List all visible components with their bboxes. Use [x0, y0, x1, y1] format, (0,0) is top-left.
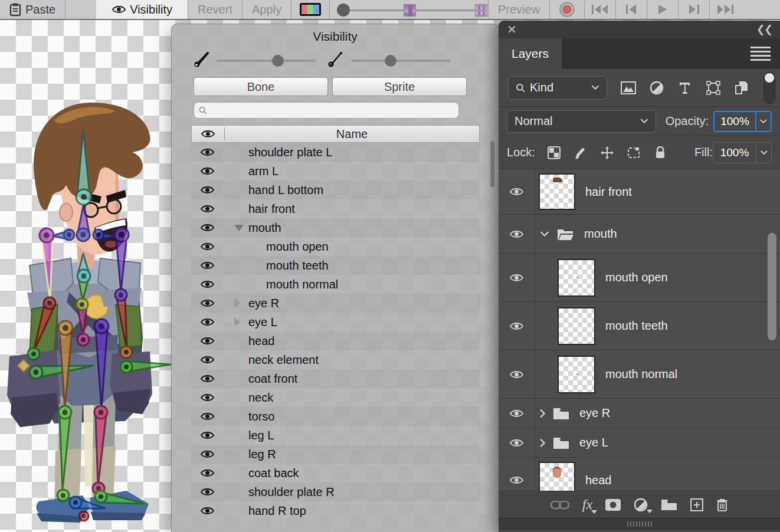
toggle-visibility-button[interactable]	[191, 147, 224, 157]
layer-style-fx-icon[interactable]: fx	[582, 497, 592, 513]
bone-opacity-knob[interactable]	[272, 55, 284, 67]
toggle-visibility-button[interactable]	[191, 223, 224, 232]
layer-thumbnail[interactable]	[539, 462, 575, 491]
expand-triangle-icon[interactable]	[234, 317, 241, 327]
toggle-layer-visibility-button[interactable]	[499, 254, 535, 301]
layer-name[interactable]: mouth open	[605, 271, 668, 284]
toggle-visibility-button[interactable]	[191, 204, 224, 214]
collapse-triangle-icon[interactable]	[234, 225, 244, 231]
layer-name[interactable]: eye L	[579, 436, 608, 449]
layer-row[interactable]: mouth	[499, 215, 780, 254]
visibility-row[interactable]: hand L bottom	[191, 180, 480, 199]
new-layer-icon[interactable]	[690, 498, 703, 511]
toggle-visibility-button[interactable]	[191, 449, 224, 459]
shape-layer-filter-icon[interactable]	[699, 81, 727, 95]
smart-object-filter-icon[interactable]	[727, 81, 756, 95]
record-button[interactable]	[550, 0, 584, 19]
layer-row[interactable]: hair front	[499, 169, 780, 215]
paste-button[interactable]: Paste	[0, 0, 65, 19]
toggle-visibility-button[interactable]	[191, 355, 224, 364]
layer-name[interactable]: eye R	[579, 406, 610, 420]
layer-thumbnail[interactable]	[558, 307, 595, 345]
lock-all-icon[interactable]	[647, 146, 674, 159]
toggle-visibility-button[interactable]	[191, 242, 224, 251]
add-layer-mask-icon[interactable]	[605, 499, 621, 511]
onion-skin-swatch-near[interactable]	[404, 4, 416, 17]
visibility-row[interactable]: mouth open	[191, 237, 480, 256]
layer-name[interactable]: mouth teeth	[605, 319, 668, 333]
toggle-visibility-button[interactable]	[191, 336, 224, 346]
opacity-value[interactable]: 100%	[715, 112, 755, 131]
onion-skin-slider[interactable]	[330, 0, 488, 19]
opacity-field[interactable]: 100%	[713, 111, 772, 132]
visibility-row[interactable]: leg R	[191, 445, 480, 464]
chevron-right-icon[interactable]	[540, 438, 546, 448]
expand-triangle-icon[interactable]	[234, 298, 241, 308]
visibility-row[interactable]: head	[191, 331, 480, 350]
toggle-layer-visibility-button[interactable]	[499, 350, 535, 398]
panel-menu-icon[interactable]	[750, 47, 771, 61]
toggle-visibility-button[interactable]	[191, 261, 224, 270]
chevron-down-icon[interactable]	[540, 231, 549, 237]
visibility-row[interactable]: mouth teeth	[191, 256, 480, 275]
layers-scrollbar[interactable]	[768, 233, 776, 340]
layer-thumbnail[interactable]	[558, 259, 595, 297]
visibility-row[interactable]: mouth normal	[191, 275, 480, 294]
visibility-row[interactable]: leg L	[191, 426, 480, 445]
bone-mode-button[interactable]: Bone	[194, 77, 328, 96]
lock-image-pixels-icon[interactable]	[568, 146, 594, 159]
toggle-layer-visibility-button[interactable]	[499, 169, 535, 214]
toggle-layer-visibility-button[interactable]	[499, 458, 535, 491]
visibility-row[interactable]: shoulder plate L	[191, 143, 480, 162]
color-channels-button[interactable]	[291, 0, 329, 19]
layer-row[interactable]: mouth open	[499, 254, 780, 302]
close-icon[interactable]: ✕	[507, 22, 517, 37]
panel-resize-grip[interactable]	[499, 518, 780, 530]
kind-filter-dropdown[interactable]: Kind	[508, 76, 607, 100]
apply-button[interactable]: Apply	[242, 0, 291, 19]
layer-name[interactable]: mouth	[584, 227, 617, 241]
fill-value[interactable]: 100%	[713, 143, 756, 163]
layer-thumbnail[interactable]	[558, 356, 595, 393]
toggle-layer-visibility-button[interactable]	[499, 399, 535, 428]
previous-frame-button[interactable]	[616, 0, 647, 19]
layer-name[interactable]: head	[585, 474, 612, 487]
lock-position-icon[interactable]	[594, 146, 621, 160]
chevron-right-icon[interactable]	[540, 409, 546, 418]
type-layer-filter-icon[interactable]	[671, 81, 699, 94]
toggle-visibility-button[interactable]	[191, 374, 224, 383]
visibility-list-scrollbar[interactable]	[490, 141, 494, 187]
visibility-row[interactable]: coat back	[191, 464, 480, 482]
fill-field[interactable]: 100%	[713, 142, 772, 163]
visibility-tab[interactable]: Visibility	[96, 0, 188, 19]
fill-dropdown-chevron[interactable]	[756, 143, 771, 163]
layer-filter-toggle[interactable]	[763, 72, 775, 104]
toggle-visibility-button[interactable]	[191, 280, 224, 289]
toggle-visibility-button[interactable]	[191, 468, 224, 478]
eye-column-header[interactable]	[192, 129, 224, 139]
layer-row[interactable]: mouth teeth	[499, 302, 780, 350]
toggle-layer-visibility-button[interactable]	[499, 215, 535, 253]
toggle-visibility-button[interactable]	[191, 506, 224, 515]
revert-button[interactable]: Revert	[188, 0, 242, 19]
layer-row[interactable]: head	[499, 458, 780, 491]
layer-row[interactable]: eye L	[499, 428, 780, 458]
opacity-dropdown-chevron[interactable]	[755, 112, 771, 131]
visibility-row[interactable]: hair front	[191, 199, 480, 218]
new-group-icon[interactable]	[661, 499, 677, 511]
adjustment-layer-filter-icon[interactable]	[643, 81, 671, 95]
layer-row[interactable]: eye R	[499, 399, 780, 428]
new-adjustment-layer-icon[interactable]	[634, 498, 648, 512]
toggle-visibility-button[interactable]	[191, 412, 224, 421]
layer-name[interactable]: mouth normal	[605, 367, 677, 381]
visibility-row[interactable]: mouth	[191, 218, 480, 237]
slider-knob[interactable]	[337, 4, 350, 17]
visibility-row[interactable]: coat front	[191, 369, 480, 388]
toggle-visibility-button[interactable]	[191, 166, 224, 176]
visibility-row[interactable]: neck element	[191, 350, 480, 369]
sprite-opacity-knob[interactable]	[385, 55, 396, 67]
skip-to-start-button[interactable]	[585, 0, 615, 19]
delete-layer-icon[interactable]	[716, 498, 728, 511]
visibility-row[interactable]: torso	[191, 407, 480, 426]
lock-artboard-nesting-icon[interactable]	[621, 146, 647, 159]
